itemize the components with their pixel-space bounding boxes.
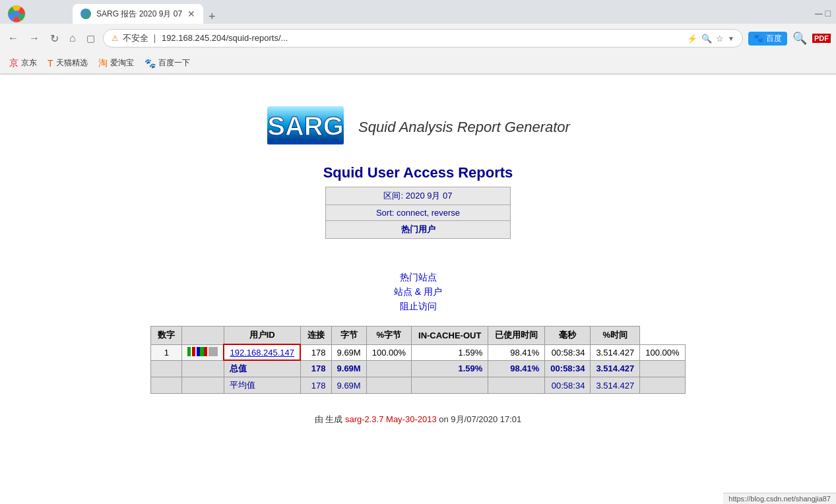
averages-row: 平均值 178 9.69M 00:58:34 3.514.427 xyxy=(151,377,685,394)
totals-bytes: 9.69M xyxy=(331,360,366,377)
sarg-subtitle: Squid Analysis Report Generator xyxy=(358,119,570,136)
bookmark-aitaobao[interactable]: 淘 爱淘宝 xyxy=(94,56,138,71)
avg-pct-bytes xyxy=(366,377,411,394)
address-bar[interactable]: ⚠ 不安全 ｜ 192.168.245.204/squid-reports/..… xyxy=(103,29,743,47)
totals-label: 总值 xyxy=(224,360,300,377)
reload-button[interactable]: ↻ xyxy=(48,30,61,47)
pdf-icon[interactable]: PDF xyxy=(812,34,831,43)
col-number: 数字 xyxy=(151,327,182,345)
page-content: SARG Squid Analysis Report Generator Squ… xyxy=(0,75,836,439)
avg-in-cache xyxy=(412,377,488,394)
pct-time-cell: 100.00% xyxy=(640,344,685,360)
data-table: 数字 用户ID 连接 字节 %字节 IN-CACHE-OUT 已使用时间 毫秒 … xyxy=(150,326,685,394)
links-section: 热门站点 站点 & 用户 阻止访问 xyxy=(13,272,823,313)
svg-text:SARG: SARG xyxy=(267,111,344,141)
maximize-button[interactable]: □ xyxy=(825,8,831,20)
active-tab[interactable]: SARG 报告 2020 9月 07 ✕ xyxy=(73,4,203,24)
avg-bytes: 9.69M xyxy=(331,377,366,394)
bytes-cell: 9.69M xyxy=(331,344,366,360)
bar-icon-green xyxy=(187,347,191,356)
sarg-logo: SARG xyxy=(266,101,345,154)
tmall-label: 天猫精选 xyxy=(56,57,88,69)
aitaobao-label: 爱淘宝 xyxy=(110,57,134,69)
baidu-button[interactable]: 🐾 百度 xyxy=(748,32,787,46)
new-tab-button[interactable]: + xyxy=(203,10,221,24)
jd-icon: 京 xyxy=(9,57,18,69)
search-icon[interactable]: 🔍 xyxy=(701,34,712,44)
totals-time: 00:58:34 xyxy=(545,360,591,377)
row-icons-cell xyxy=(182,344,224,360)
sites-users-link[interactable]: 站点 & 用户 xyxy=(394,286,442,298)
user-ip-cell[interactable]: 192.168.245.147 xyxy=(224,344,300,360)
hot-sites-link[interactable]: 热门站点 xyxy=(400,272,437,284)
window-controls: ─ □ xyxy=(815,8,836,20)
tab-title: SARG 报告 2020 9月 07 xyxy=(96,9,182,20)
search-toolbar-icon[interactable]: 🔍 xyxy=(792,31,807,46)
lightning-icon: ⚡ xyxy=(687,34,697,44)
bookmark-baidu-icon: 🐾 xyxy=(145,58,156,69)
svg-rect-4 xyxy=(267,141,344,144)
grid-icon[interactable] xyxy=(209,347,218,356)
row-number-cell: 1 xyxy=(151,344,182,360)
avg-empty1 xyxy=(151,377,182,394)
sort-cell: Sort: connect, reverse xyxy=(326,205,511,221)
tab-bar-left: SARG 报告 2020 9月 07 ✕ + xyxy=(33,4,815,24)
chart-icon[interactable] xyxy=(197,347,207,356)
tmall-icon: T xyxy=(48,58,53,69)
col-bytes: 字节 xyxy=(331,327,366,345)
bookmark-baidu[interactable]: 🐾 百度一下 xyxy=(141,56,194,70)
avg-connections: 178 xyxy=(300,377,331,394)
footer-suffix: on 9月/07/2020 17:01 xyxy=(439,414,521,424)
forward-button[interactable]: → xyxy=(26,30,42,47)
avg-out-cache xyxy=(488,377,545,394)
blocked-access-link[interactable]: 阻止访问 xyxy=(400,301,437,313)
col-ms: 毫秒 xyxy=(545,327,591,345)
dropdown-icon[interactable]: ▼ xyxy=(728,35,734,42)
totals-pct-bytes xyxy=(366,360,411,377)
totals-row: 总值 178 9.69M 1.59% 98.41% 00:58:34 3.514… xyxy=(151,360,685,377)
tab-bar: SARG 报告 2020 9月 07 ✕ + ─ □ xyxy=(0,0,836,24)
header-section: SARG Squid Analysis Report Generator Squ… xyxy=(13,88,823,259)
footer-link[interactable]: sarg-2.3.7 May-30-2013 xyxy=(345,414,437,424)
url-text: 不安全 ｜ 192.168.245.204/squid-reports/... xyxy=(123,32,683,44)
bookmark-jd[interactable]: 京 京东 xyxy=(5,56,41,71)
toolbar-icons: 🐾 百度 🔍 PDF xyxy=(748,31,831,46)
footer: 由 生成 sarg-2.3.7 May-30-2013 on 9月/07/202… xyxy=(13,414,823,425)
avg-ms: 3.514.427 xyxy=(591,377,640,394)
col-pct-time: %时间 xyxy=(591,327,640,345)
footer-prefix: 由 生成 xyxy=(315,414,343,424)
in-cache-cell: 1.59% xyxy=(412,344,488,360)
logo-area: SARG Squid Analysis Report Generator xyxy=(266,101,570,154)
totals-connections: 178 xyxy=(300,360,331,377)
avg-pct-time xyxy=(640,377,685,394)
browser-chrome: SARG 报告 2020 9月 07 ✕ + ─ □ ← → ↻ ⌂ ▢ ⚠ 不… xyxy=(0,0,836,75)
tab-favicon-icon xyxy=(80,9,91,19)
totals-empty2 xyxy=(182,360,224,377)
minimize-button[interactable]: ─ xyxy=(815,8,822,20)
table-container: 数字 用户ID 连接 字节 %字节 IN-CACHE-OUT 已使用时间 毫秒 … xyxy=(13,326,823,394)
aitaobao-icon: 淘 xyxy=(98,57,108,69)
totals-ms: 3.514.427 xyxy=(591,360,640,377)
time-used-cell: 00:58:34 xyxy=(545,344,591,360)
totals-out-cache: 98.41% xyxy=(488,360,545,377)
col-in-cache: IN-CACHE-OUT xyxy=(412,327,488,345)
col-icons xyxy=(182,327,224,345)
back-button[interactable]: ← xyxy=(5,30,21,47)
home-button[interactable]: ⌂ xyxy=(67,30,79,47)
col-connections: 连接 xyxy=(300,327,331,345)
bookmark-tmall[interactable]: T 天猫精选 xyxy=(44,56,92,70)
svg-point-2 xyxy=(13,11,20,17)
connections-cell: 178 xyxy=(300,344,331,360)
extensions-button[interactable]: ▢ xyxy=(84,30,98,46)
bookmark-icon[interactable]: ☆ xyxy=(716,34,724,44)
jd-label: 京东 xyxy=(21,57,37,69)
baidu-search-label: 百度一下 xyxy=(158,57,190,69)
baidu-paw-icon: 🐾 xyxy=(754,34,763,43)
bookmarks-bar: 京 京东 T 天猫精选 淘 爱淘宝 🐾 百度一下 xyxy=(0,53,836,74)
address-bar-row: ← → ↻ ⌂ ▢ ⚠ 不安全 ｜ 192.168.245.204/squid-… xyxy=(0,24,836,53)
tab-close-icon[interactable]: ✕ xyxy=(187,9,195,19)
chrome-logo-icon xyxy=(7,5,26,23)
sarg-logo-svg: SARG xyxy=(266,101,345,154)
pct-bytes-cell: 100.00% xyxy=(366,344,411,360)
user-ip-link[interactable]: 192.168.245.147 xyxy=(230,348,294,358)
